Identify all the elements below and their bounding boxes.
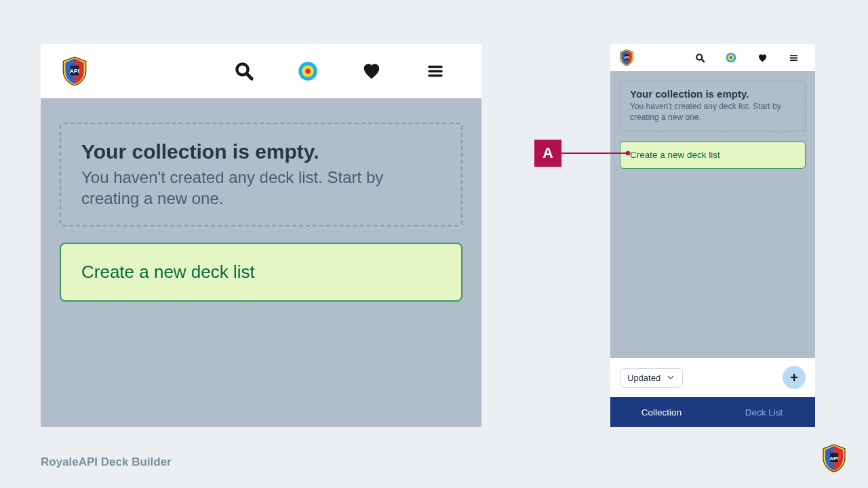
appbar <box>610 44 815 71</box>
target-button[interactable] <box>281 61 335 81</box>
list-toolbar: Updated + <box>610 358 815 397</box>
search-button[interactable] <box>217 61 271 81</box>
app-logo-icon <box>60 56 90 87</box>
target-icon <box>298 61 318 81</box>
notice-message: You haven't created any deck list. Start… <box>630 102 795 123</box>
menu-button[interactable] <box>408 62 462 81</box>
desktop-preview-panel: Your collection is empty. You haven't cr… <box>41 44 481 427</box>
notice-title: Your collection is empty. <box>630 88 795 100</box>
annotation-callout: A <box>534 140 561 167</box>
bottom-tabbar: Collection Deck List <box>610 397 815 427</box>
add-deck-fab[interactable]: + <box>783 366 806 389</box>
menu-icon <box>789 53 799 63</box>
search-icon <box>695 53 705 63</box>
menu-icon <box>426 62 445 81</box>
sort-select[interactable]: Updated <box>620 368 683 388</box>
empty-collection-notice: Your collection is empty. You haven't cr… <box>620 81 806 131</box>
target-icon <box>726 52 736 63</box>
create-deck-list-button[interactable]: Create a new deck list <box>60 243 462 302</box>
target-button[interactable] <box>717 52 745 63</box>
heart-icon <box>361 61 382 81</box>
mobile-preview-panel: Your collection is empty. You haven't cr… <box>610 44 815 427</box>
page-caption: RoyaleAPI Deck Builder <box>41 455 172 469</box>
heart-icon <box>757 53 768 63</box>
brand-logo-icon <box>821 443 848 473</box>
tab-collection[interactable]: Collection <box>610 397 713 427</box>
search-icon <box>234 61 254 81</box>
create-deck-list-button[interactable]: Create a new deck list <box>620 141 806 169</box>
plus-icon: + <box>790 370 798 386</box>
notice-title: Your collection is empty. <box>81 140 441 163</box>
annotation-label: A <box>534 140 561 167</box>
empty-collection-notice: Your collection is empty. You haven't cr… <box>60 123 462 226</box>
notice-message: You haven't created any deck list. Start… <box>81 167 441 209</box>
sort-value: Updated <box>627 373 660 383</box>
app-logo-icon <box>618 49 635 66</box>
search-button[interactable] <box>686 53 713 63</box>
menu-button[interactable] <box>780 53 807 63</box>
favorites-button[interactable] <box>344 61 399 81</box>
favorites-button[interactable] <box>749 53 776 63</box>
appbar <box>41 44 481 98</box>
tab-deck-list[interactable]: Deck List <box>713 397 815 427</box>
chevron-down-icon <box>666 373 675 382</box>
